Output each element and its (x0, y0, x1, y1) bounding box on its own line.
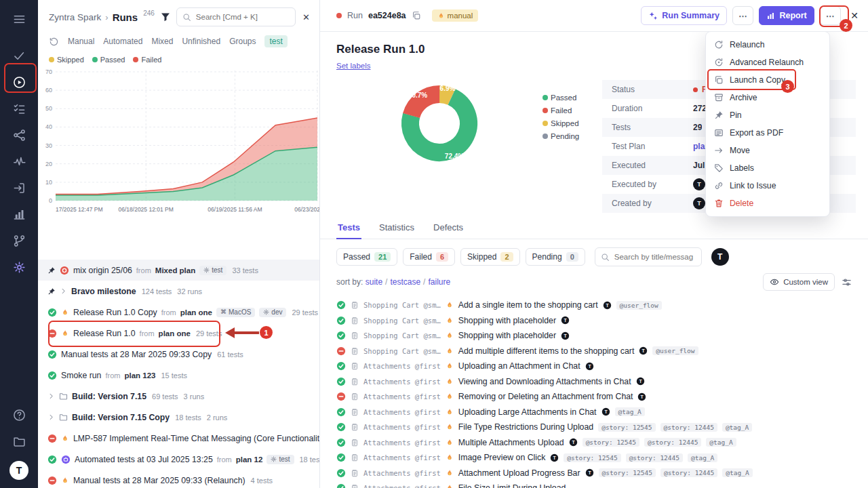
run-row-bravo-milestone[interactable]: Bravo milestone124 tests32 runs (38, 281, 319, 302)
sidebar-folder-button[interactable] (7, 429, 31, 453)
set-labels-link[interactable]: Set labels (336, 62, 371, 70)
run-row-smoke-run[interactable]: Smoke runfromplan 12315 tests (38, 365, 319, 386)
breadcrumb-separator: › (105, 12, 108, 22)
sort-link-suite[interactable]: suite (366, 277, 382, 287)
run-summary-button[interactable]: Run Summary (641, 6, 727, 25)
filter-skipped[interactable]: Skipped2 (460, 248, 520, 266)
run-row-manual-tests-at-28-mar-2025-09-33-copy[interactable]: Manual tests at 28 Mar 2025 09:33 Copy61… (38, 344, 319, 365)
test-row[interactable]: Shopping Cart @sm…Shopping with placehol… (320, 313, 868, 329)
run-plan-link[interactable]: plan 123 (124, 371, 155, 380)
run-row-build-version-7-15[interactable]: Build: Version 7.1569 tests3 runs (38, 386, 319, 407)
breadcrumb-project[interactable]: Zyntra Spark (49, 12, 101, 22)
menu-item-link-to-issue[interactable]: Link to Issue (706, 177, 829, 195)
test-row[interactable]: Attachments @firstViewing and Downloadin… (320, 374, 868, 390)
passed-icon (47, 308, 57, 317)
runs-close-button[interactable]: ✕ (300, 11, 313, 24)
run-row-automated-tests-at-03-jul-2025-13-25[interactable]: Automated tests at 03 Jul 2025 13:25from… (38, 449, 319, 470)
menu-item-relaunch[interactable]: Relaunch (706, 36, 829, 54)
report-button[interactable]: Report (759, 6, 814, 25)
sliders-icon[interactable] (842, 277, 852, 287)
runs-tab-groups[interactable]: Groups (229, 37, 256, 46)
menu-item-archive[interactable]: Archive (706, 89, 829, 106)
sidebar-import-button[interactable] (7, 176, 31, 200)
menu-item-delete[interactable]: Delete (706, 195, 829, 212)
run-row-build-version-7-15-copy[interactable]: Build: Version 7.15 Copy18 tests2 runs (38, 407, 319, 428)
menu-item-labels[interactable]: Labels (706, 159, 829, 177)
test-row[interactable]: Attachments @firstAttachment Upload Prog… (320, 466, 868, 481)
sidebar-menu-button[interactable] (7, 7, 31, 31)
test-row[interactable]: Attachments @firstUploading an Attachmen… (320, 359, 868, 374)
runs-search[interactable] (176, 7, 296, 26)
sidebar-help-button[interactable] (7, 403, 31, 427)
filter-passed[interactable]: Passed21 (336, 248, 397, 266)
menu-item-export-as-pdf[interactable]: Export as PDF (706, 124, 829, 142)
run-plan-link[interactable]: plan 12 (236, 455, 263, 464)
legend-item-skipped: Skipped (49, 56, 84, 64)
run-row-release-run-1-0[interactable]: Release Run 1.0fromplan one29 tests (38, 323, 319, 344)
run-tests-count: 15 tests (161, 371, 188, 380)
runs-tab-unfinished[interactable]: Unfinished (182, 37, 220, 46)
more-button-secondary[interactable]: ⋯ (732, 6, 754, 25)
test-title: Image Preview on Click (458, 453, 545, 462)
test-suite: Attachments @first (363, 362, 441, 370)
test-row[interactable]: Attachments @firstUploading Large Attach… (320, 405, 868, 420)
runs-tab-manual[interactable]: Manual (68, 37, 94, 46)
run-plan-link[interactable]: plan one (159, 329, 191, 338)
tab-tests[interactable]: Tests (336, 222, 361, 239)
menu-item-pin[interactable]: Pin (706, 106, 829, 124)
trash-icon (714, 199, 724, 208)
run-plan-link[interactable]: Mixed plan (155, 266, 195, 274)
sidebar-check-button[interactable] (7, 43, 31, 68)
sidebar-pulse-button[interactable] (7, 149, 31, 174)
run-runs-count: 32 runs (177, 287, 202, 296)
run-row-manual-tests-at-28-mar-2025-09-33-relaunch[interactable]: Manual tests at 28 Mar 2025 09:33 (Relau… (38, 470, 319, 488)
context-menu: RelaunchAdvanced RelaunchLaunch a CopyAr… (705, 32, 830, 217)
assignee-avatar[interactable]: T (711, 248, 729, 266)
runs-search-input[interactable] (195, 12, 290, 22)
sort-link-testcase[interactable]: testcase (390, 277, 420, 287)
sidebar-chart-button[interactable] (7, 202, 31, 226)
run-row-lmp-587-implement-real-time-chat-messaging-core-functionality[interactable]: LMP-587 Implement Real-Time Chat Messagi… (38, 428, 319, 449)
run-row-release-run-1-0-copy[interactable]: Release Run 1.0 Copyfromplan one⌘MacOSde… (38, 302, 319, 323)
test-row[interactable]: Attachments @firstMultiple Attachments U… (320, 435, 868, 451)
filter-failed[interactable]: Failed6 (403, 248, 455, 266)
test-row[interactable]: Shopping Cart @sm…Shopping with placehol… (320, 328, 868, 344)
test-row[interactable]: Shopping Cart @sm…Add multiple different… (320, 344, 868, 359)
menu-item-launch-a-copy[interactable]: Launch a Copy (706, 71, 829, 89)
test-row[interactable]: Attachments @firstFile Size Limit During… (320, 481, 868, 488)
sort-link-failure[interactable]: failure (428, 277, 450, 287)
fire-icon (446, 301, 454, 309)
sidebar-branch-button[interactable] (7, 228, 31, 253)
test-row[interactable]: Attachments @firstImage Preview on Click… (320, 450, 868, 466)
relaunch-icon (714, 40, 724, 49)
user-avatar[interactable]: T (9, 461, 28, 480)
test-row[interactable]: Shopping Cart @sm…Add a single item to t… (320, 298, 868, 313)
menu-item-move[interactable]: Move (706, 142, 829, 159)
runs-tab-test[interactable]: test (264, 35, 287, 47)
test-suite: Attachments @first (363, 392, 441, 401)
tests-search-input[interactable] (613, 252, 696, 262)
run-plan-link[interactable]: plan one (180, 308, 212, 317)
filter-pending[interactable]: Pending0 (526, 248, 585, 266)
tests-search[interactable] (595, 247, 702, 266)
runs-tab-mixed[interactable]: Mixed (151, 37, 173, 46)
tab-defects[interactable]: Defects (432, 222, 465, 239)
sidebar-gear-button[interactable] (7, 255, 31, 279)
results-donut-chart: 6.9% 20.7% 72.4% (393, 77, 486, 169)
sidebar-flow-button[interactable] (7, 123, 31, 147)
sidebar-tasks-button[interactable] (7, 96, 31, 121)
menu-item-advanced-relaunch[interactable]: Advanced Relaunch (706, 54, 829, 71)
run-row-mix-origin-25-06[interactable]: mix origin 25/06fromMixed plantest33 tes… (38, 260, 319, 281)
funnel-icon[interactable] (160, 12, 171, 22)
sidebar-play-button[interactable] (7, 70, 31, 94)
test-row[interactable]: Attachments @firstRemoving or Deleting a… (320, 389, 868, 405)
test-row[interactable]: Attachments @firstFile Type Restrictions… (320, 420, 868, 435)
refresh-icon[interactable] (49, 37, 59, 47)
more-button[interactable]: ⋯ (820, 6, 842, 25)
close-icon[interactable]: ✕ (850, 10, 859, 21)
runs-tab-automated[interactable]: Automated (103, 37, 142, 46)
passed-icon (336, 483, 346, 488)
custom-view-button[interactable]: Custom view (763, 273, 835, 291)
tab-statistics[interactable]: Statistics (378, 222, 416, 239)
copy-icon[interactable] (412, 11, 421, 20)
